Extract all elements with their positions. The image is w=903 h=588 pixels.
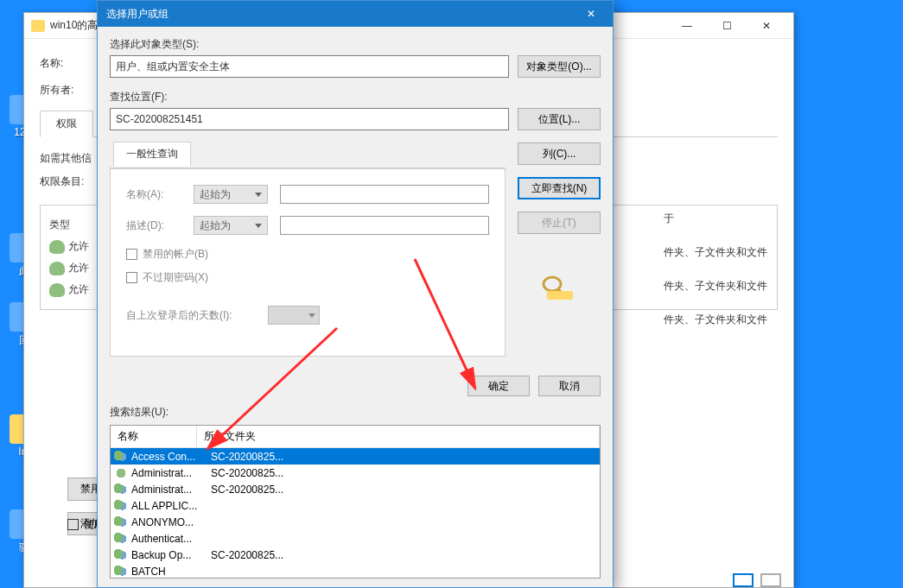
ok-bg-button[interactable] bbox=[733, 573, 754, 587]
results-label: 搜索结果(U): bbox=[98, 405, 613, 425]
user-icon bbox=[114, 467, 128, 479]
query-name-label: 名称(A): bbox=[126, 187, 181, 202]
select-user-group-dialog: 选择用户或组 ✕ 选择此对象类型(S): 用户、组或内置安全主体 对象类型(O)… bbox=[97, 0, 614, 588]
tab-permissions[interactable]: 权限 bbox=[40, 111, 93, 137]
dialog-title: 选择用户或组 bbox=[106, 7, 578, 22]
object-type-label: 选择此对象类型(S): bbox=[110, 37, 601, 52]
chevron-down-icon bbox=[308, 313, 315, 318]
result-row[interactable]: ANONYMO... bbox=[111, 514, 600, 530]
person-icon bbox=[49, 283, 65, 297]
cancel-bg-button[interactable] bbox=[760, 573, 781, 587]
disabled-accounts-checkbox[interactable] bbox=[126, 249, 137, 260]
group-icon bbox=[114, 484, 128, 496]
result-row[interactable]: Backup Op...SC-20200825... bbox=[111, 547, 600, 563]
noexpire-checkbox[interactable] bbox=[126, 272, 137, 283]
group-icon bbox=[114, 451, 128, 463]
checkbox-icon[interactable] bbox=[67, 519, 79, 530]
query-tabbox: 名称(A): 起始为 描述(D): 起始为 禁用的帐户(B) 不过期密码(X) bbox=[110, 168, 506, 357]
result-row[interactable]: Authenticat... bbox=[111, 530, 600, 547]
stop-button[interactable]: 停止(T) bbox=[518, 212, 601, 234]
name-label: 名称: bbox=[40, 56, 92, 71]
group-icon bbox=[114, 516, 128, 528]
name-match-combo[interactable]: 起始为 bbox=[194, 185, 268, 204]
result-row[interactable]: Administrat...SC-20200825... bbox=[111, 481, 600, 497]
result-row[interactable]: ALL APPLIC... bbox=[111, 497, 600, 514]
object-types-button[interactable]: 对象类型(O)... bbox=[518, 55, 601, 78]
desc-query-input[interactable] bbox=[280, 216, 489, 235]
group-icon bbox=[114, 566, 128, 578]
location-label: 查找位置(F): bbox=[110, 90, 601, 104]
result-row[interactable]: Administrat...SC-20200825... bbox=[111, 465, 600, 481]
close-button[interactable]: ✕ bbox=[747, 13, 786, 39]
result-row[interactable]: BATCH bbox=[111, 563, 600, 578]
cancel-button[interactable]: 取消 bbox=[538, 376, 601, 396]
locations-button[interactable]: 位置(L)... bbox=[518, 108, 601, 130]
query-desc-label: 描述(D): bbox=[126, 218, 181, 233]
group-icon bbox=[114, 533, 128, 545]
chevron-down-icon bbox=[255, 193, 262, 197]
ok-button[interactable]: 确定 bbox=[467, 376, 530, 396]
find-now-button[interactable]: 立即查找(N) bbox=[518, 177, 601, 199]
desc-match-combo[interactable]: 起始为 bbox=[194, 216, 268, 235]
group-icon bbox=[114, 500, 128, 512]
close-icon[interactable]: ✕ bbox=[578, 1, 604, 27]
minimize-button[interactable]: — bbox=[667, 13, 707, 39]
group-icon bbox=[114, 549, 128, 561]
columns-button[interactable]: 列(C)... bbox=[518, 142, 601, 165]
col-folder-header[interactable]: 所在文件夹 bbox=[197, 426, 600, 447]
col-name-header[interactable]: 名称 bbox=[111, 426, 197, 447]
maximize-button[interactable]: ☐ bbox=[707, 13, 747, 39]
person-icon bbox=[49, 262, 65, 275]
days-combo[interactable] bbox=[268, 306, 320, 325]
folder-icon bbox=[31, 20, 45, 32]
person-icon bbox=[49, 240, 65, 254]
name-query-input[interactable] bbox=[280, 185, 489, 204]
days-since-label: 自上次登录后的天数(I): bbox=[126, 308, 256, 323]
owner-label: 所有者: bbox=[40, 83, 92, 98]
dialog-titlebar[interactable]: 选择用户或组 ✕ bbox=[98, 1, 613, 27]
inherits-column: 于 件夹、子文件夹和文件 件夹、子文件夹和文件 件夹、子文件夹和文件 bbox=[664, 212, 767, 346]
search-folder-icon bbox=[540, 272, 578, 301]
col-type: 类型 bbox=[49, 218, 101, 232]
tab-general-query[interactable]: 一般性查询 bbox=[113, 142, 191, 167]
location-field: SC-202008251451 bbox=[110, 108, 509, 130]
dialog-bottom-buttons bbox=[733, 573, 781, 587]
object-type-field: 用户、组或内置安全主体 bbox=[110, 55, 509, 78]
results-body[interactable]: Access Con...SC-20200825...Administrat..… bbox=[111, 448, 600, 578]
search-results: 名称 所在文件夹 Access Con...SC-20200825...Admi… bbox=[110, 425, 601, 579]
result-row[interactable]: Access Con...SC-20200825... bbox=[111, 448, 600, 465]
svg-rect-2 bbox=[547, 291, 573, 300]
chevron-down-icon bbox=[255, 224, 262, 228]
